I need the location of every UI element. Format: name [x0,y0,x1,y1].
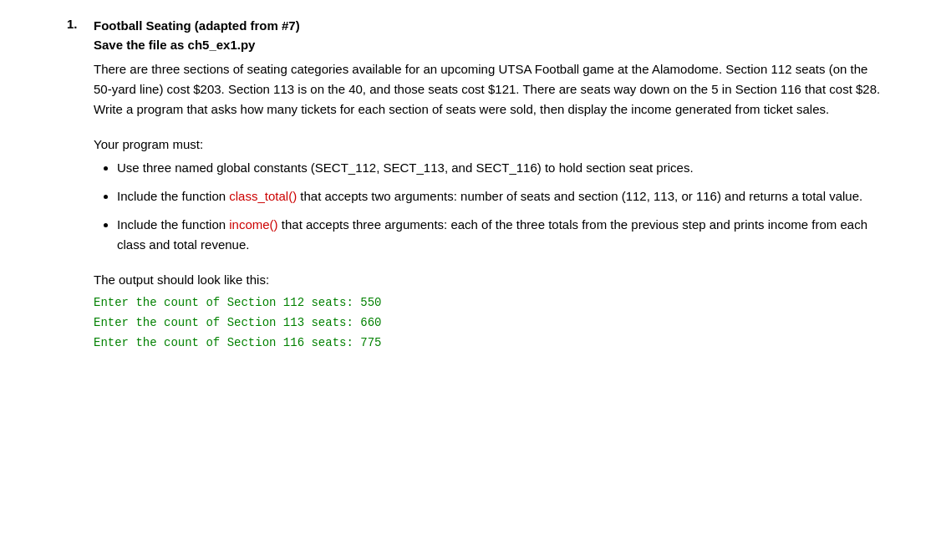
problem-list: 1. Football Seating (adapted from #7) Sa… [67,17,886,353]
requirements-list: Use three named global constants (SECT_1… [94,158,886,255]
requirement-3: Include the function income() that accep… [117,215,886,255]
output-code: Enter the count of Section 112 seats: 55… [94,293,886,353]
output-line-1: Enter the count of Section 112 seats: 55… [94,293,886,313]
requirements-label: Your program must: [94,135,886,155]
requirement-1: Use three named global constants (SECT_1… [117,158,886,178]
income-highlight: income() [229,217,277,232]
requirement-2-before: Include the function [117,189,229,203]
problem-body: Football Seating (adapted from #7) Save … [94,17,886,353]
requirement-1-text: Use three named global constants (SECT_1… [117,160,694,175]
problem-title: Football Seating (adapted from #7) Save … [94,17,886,54]
title-line2: Save the file as ch5_ex1.py [94,36,886,55]
output-line-2: Enter the count of Section 113 seats: 66… [94,313,886,333]
output-label: The output should look like this: [94,270,886,290]
problem-description: There are three sections of seating cate… [94,59,886,120]
output-section: The output should look like this: Enter … [94,270,886,353]
problem-item: 1. Football Seating (adapted from #7) Sa… [67,17,886,353]
output-line-3-text: Enter the count of Section 116 seats: 77… [94,336,381,349]
problem-number: 1. [67,17,87,353]
requirement-2-after: that accepts two arguments: number of se… [297,189,862,203]
requirement-2: Include the function class_total() that … [117,186,886,206]
requirement-3-before: Include the function [117,217,229,232]
output-line-1-text: Enter the count of Section 112 seats: 55… [94,296,381,309]
main-content: 1. Football Seating (adapted from #7) Sa… [67,17,886,353]
title-line1: Football Seating (adapted from #7) [94,17,886,36]
output-line-3: Enter the count of Section 116 seats: 77… [94,333,886,354]
class-total-highlight: class_total() [229,189,297,203]
output-line-2-text: Enter the count of Section 113 seats: 66… [94,316,381,329]
